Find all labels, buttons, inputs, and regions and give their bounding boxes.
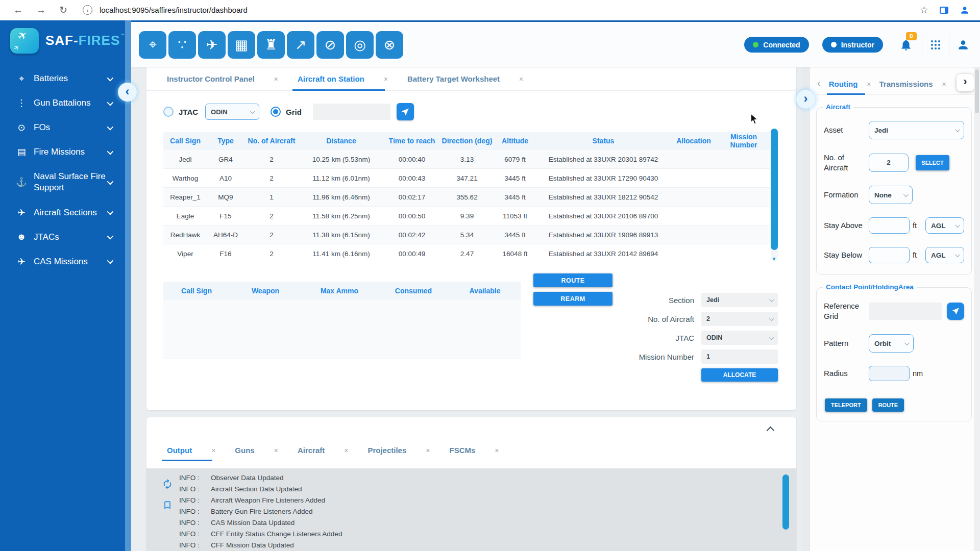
mission-number-input[interactable] bbox=[701, 349, 778, 364]
tab[interactable]: Transmissions bbox=[877, 73, 952, 94]
log-scrollbar[interactable] bbox=[782, 474, 789, 551]
column-header[interactable]: Direction (deg) bbox=[440, 137, 494, 145]
tabs-scroll-right-button[interactable] bbox=[957, 74, 974, 91]
tab[interactable]: Aircraft bbox=[292, 440, 360, 461]
connected-status-pill[interactable]: Connected bbox=[744, 37, 808, 53]
grid-radio[interactable] bbox=[271, 107, 281, 117]
column-header[interactable]: Status bbox=[536, 137, 670, 145]
scroll-down-icon[interactable] bbox=[772, 256, 777, 262]
sidebar-item[interactable]: ⌖ Batteries bbox=[0, 66, 125, 91]
column-header[interactable]: Call Sign bbox=[163, 287, 230, 295]
table-row[interactable]: RedHawk AH64-D 2 11.38 km (6.15nm) 00:02… bbox=[163, 226, 770, 244]
column-header[interactable]: Time to reach bbox=[383, 137, 440, 145]
close-icon[interactable] bbox=[519, 75, 523, 83]
column-header[interactable]: Available bbox=[449, 287, 521, 295]
pattern-select[interactable]: Orbit bbox=[869, 334, 914, 353]
jtac-alloc-select[interactable]: ODIN bbox=[701, 331, 778, 345]
account-icon[interactable] bbox=[957, 38, 970, 52]
close-icon[interactable] bbox=[211, 446, 215, 455]
column-header[interactable]: Distance bbox=[299, 137, 383, 145]
select-aircraft-button[interactable]: SELECT bbox=[916, 155, 949, 170]
column-header[interactable]: Consumed bbox=[378, 287, 449, 295]
jtac-radio[interactable] bbox=[163, 107, 174, 117]
tabs-scroll-left-icon[interactable] bbox=[817, 77, 821, 89]
table-row[interactable]: Reaper_1 MQ9 1 11.96 km (6.46nm) 00:02:1… bbox=[163, 188, 770, 207]
jtac-select[interactable]: ODIN bbox=[205, 104, 259, 120]
close-icon[interactable] bbox=[867, 80, 871, 88]
sidebar-item[interactable]: ⚓ Naval Surface Fire Support bbox=[0, 164, 125, 200]
table-row[interactable]: Eagle F15 2 11.58 km (6.25nm) 00:00:50 9… bbox=[163, 207, 770, 226]
column-header[interactable]: Max Ammo bbox=[301, 287, 378, 295]
no-of-aircraft-input[interactable] bbox=[869, 154, 909, 172]
column-header[interactable]: Altitude bbox=[494, 137, 536, 145]
no-fly-zone-icon[interactable]: ⊗ bbox=[376, 31, 403, 59]
table-row[interactable]: Jedi GR4 2 10.25 km (5.53nm) 00:00:40 3.… bbox=[163, 150, 770, 169]
stay-above-input[interactable] bbox=[869, 217, 910, 234]
formation-select[interactable]: None bbox=[869, 186, 913, 204]
autoscroll-icon[interactable] bbox=[162, 479, 173, 490]
radius-input[interactable] bbox=[869, 366, 910, 381]
browser-sidepanel-icon[interactable] bbox=[940, 7, 948, 14]
url-bar[interactable]: localhost:9095/saffires/instructor/dashb… bbox=[100, 6, 248, 14]
app-logo[interactable]: SAF-FIRES™ bbox=[0, 20, 131, 54]
allocate-button[interactable]: ALLOCATE bbox=[701, 368, 778, 382]
table-row[interactable]: Viper F16 2 11.41 km (6.16nm) 00:00:49 2… bbox=[163, 244, 770, 263]
no-of-aircraft-select[interactable]: 2 bbox=[701, 312, 778, 326]
bookmark-star-icon[interactable] bbox=[920, 4, 928, 16]
sidebar-item[interactable]: ▤ Fire Missions bbox=[0, 140, 125, 164]
sidebar-item[interactable]: ⊙ FOs bbox=[0, 115, 125, 140]
route-button[interactable]: ROUTE bbox=[533, 273, 612, 287]
close-icon[interactable] bbox=[274, 75, 278, 83]
table-row[interactable]: Warthog A10 2 11.12 km (6.01nm) 00:00:43… bbox=[163, 169, 770, 188]
no-location-icon[interactable]: ⊘ bbox=[316, 31, 344, 59]
close-icon[interactable] bbox=[274, 446, 278, 455]
browser-reload-icon[interactable] bbox=[59, 5, 67, 15]
tab[interactable]: Guns bbox=[230, 440, 289, 461]
section-select[interactable]: Jedi bbox=[701, 293, 778, 307]
artillery-icon[interactable]: ⌖ bbox=[139, 31, 166, 59]
right-panel-scrollbar[interactable] bbox=[974, 67, 980, 551]
tab[interactable]: Routing bbox=[827, 73, 877, 94]
column-header[interactable]: Call Sign bbox=[163, 137, 207, 145]
tab[interactable]: Instructor Control Panel bbox=[162, 67, 289, 90]
tab[interactable]: FSCMs bbox=[444, 440, 510, 461]
locate-reference-button[interactable] bbox=[947, 303, 964, 320]
missile-route-icon[interactable]: ↗ bbox=[287, 31, 314, 59]
aircraft-table-scrollbar[interactable] bbox=[771, 129, 778, 261]
sidebar-collapse-button[interactable] bbox=[118, 83, 137, 102]
browser-forward-icon[interactable] bbox=[36, 5, 46, 15]
column-header[interactable]: Allocation bbox=[670, 137, 717, 145]
sidebar-item[interactable]: ✈ CAS Missions bbox=[0, 249, 125, 274]
browser-profile-icon[interactable] bbox=[960, 5, 970, 15]
panel-collapse-icon[interactable] bbox=[768, 425, 774, 432]
asset-select[interactable]: Jedi bbox=[869, 121, 964, 139]
close-icon[interactable] bbox=[942, 80, 946, 88]
close-icon[interactable] bbox=[344, 446, 348, 455]
control-tower-icon[interactable]: ♜ bbox=[257, 31, 285, 59]
scrollbar-thumb[interactable] bbox=[771, 129, 778, 250]
tab[interactable]: Projectiles bbox=[362, 440, 441, 461]
close-icon[interactable] bbox=[495, 446, 499, 455]
close-icon[interactable] bbox=[384, 75, 388, 83]
shell-impact-icon[interactable]: ◎ bbox=[346, 31, 374, 59]
site-info-icon[interactable]: i bbox=[83, 5, 92, 15]
scrollbar-thumb[interactable] bbox=[975, 69, 979, 113]
apps-grid-icon[interactable] bbox=[929, 39, 942, 51]
rearm-button[interactable]: REARM bbox=[533, 292, 612, 306]
locate-grid-button[interactable] bbox=[397, 103, 414, 120]
column-header[interactable]: Type bbox=[207, 137, 244, 145]
sidebar-item[interactable]: ⋮ Gun Battalions bbox=[0, 91, 125, 115]
tab[interactable]: Output bbox=[162, 440, 227, 461]
reference-grid-input[interactable] bbox=[869, 303, 942, 320]
teleport-button[interactable]: TELEPORT bbox=[825, 398, 867, 412]
column-header[interactable]: Weapon bbox=[230, 287, 301, 295]
console-icon[interactable]: ▦ bbox=[228, 31, 255, 59]
scrollbar-thumb[interactable] bbox=[782, 474, 789, 530]
instructor-role-pill[interactable]: Instructor bbox=[822, 37, 883, 53]
grid-input[interactable] bbox=[313, 104, 390, 120]
column-header[interactable]: No. of Aircraft bbox=[244, 137, 299, 145]
route-to-contact-button[interactable]: ROUTE bbox=[872, 398, 904, 412]
sidebar-item[interactable]: ☻ JTACs bbox=[0, 225, 125, 249]
sidebar-item[interactable]: ✈ Aircraft Sections bbox=[0, 201, 125, 225]
stay-below-ref-select[interactable]: AGL bbox=[925, 247, 964, 263]
